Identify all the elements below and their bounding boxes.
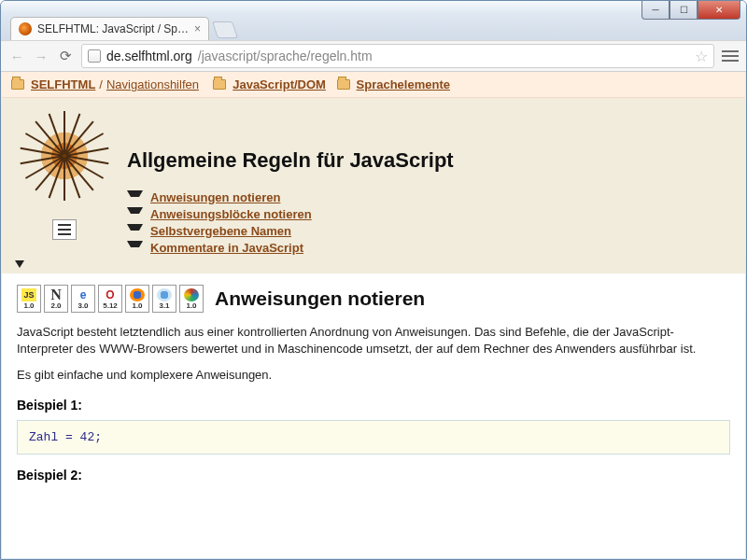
folder-icon [11,79,24,90]
badge-opera: O5.12 [98,285,122,313]
example-label: Beispiel 2: [17,468,730,483]
reload-button[interactable]: ⟳ [57,48,74,64]
address-bar[interactable]: de.selfhtml.org/javascript/sprache/regel… [81,44,714,68]
tab-title: SELFHTML: JavaScript / Sp… [37,22,189,35]
tab-close-icon[interactable]: × [194,22,201,35]
browser-window: ─ ☐ ✕ SELFHTML: JavaScript / Sp… × ← → ⟳… [0,0,747,560]
page-viewport[interactable]: SELFHTML/Navigationshilfen JavaScript/DO… [2,72,745,558]
example-label: Beispiel 1: [17,398,730,413]
browser-menu-button[interactable] [722,50,739,62]
browser-toolbar: ← → ⟳ de.selfhtml.org/javascript/sprache… [1,40,746,72]
tab-strip: SELFHTML: JavaScript / Sp… × [1,14,746,40]
browser-tab[interactable]: SELFHTML: JavaScript / Sp… × [10,17,209,40]
code-block: Zahl = 42; [17,420,730,455]
bookmark-star-icon[interactable]: ☆ [695,48,708,65]
breadcrumb-l3[interactable]: Sprachelemente [357,77,450,91]
badge-netscape: N2.0 [44,285,68,313]
section-title: Anweisungen notieren [215,287,425,310]
badge-ie: e3.0 [71,285,95,313]
window-minimize-button[interactable]: ─ [641,1,669,20]
page-header: Allgemeine Regeln für JavaScript Anweisu… [2,98,745,273]
breadcrumb-navhelp[interactable]: Navigationshilfen [106,77,199,91]
badge-js: JS1.0 [17,285,41,313]
toc-toggle-button[interactable] [52,219,77,240]
new-tab-button[interactable] [212,21,238,38]
section-paragraph: JavaScript besteht letztendlich aus eine… [17,324,726,357]
url-path: /javascript/sprache/regeln.htm [198,49,373,63]
badge-safari: 1.0 [179,285,204,313]
back-button[interactable]: ← [8,48,25,64]
anchor-link[interactable]: Selbstvergebene Namen [150,224,291,238]
folder-icon [213,79,226,90]
window-titlebar: ─ ☐ ✕ [1,1,746,14]
selfhtml-logo [18,109,111,203]
breadcrumb-l2[interactable]: JavaScript/DOM [233,77,326,91]
site-info-icon[interactable] [88,49,101,63]
anchor-link[interactable]: Kommentare in JavaScript [150,241,303,255]
favicon-icon [19,22,32,35]
badge-konqueror: 3.1 [152,285,176,313]
scroll-down-icon[interactable] [15,260,24,268]
section-anweisungen: JS1.0 N2.0 e3.0 O5.12 1.0 3.1 1.0 Anweis… [2,273,745,518]
url-host: de.selfhtml.org [106,49,192,63]
badge-firefox: 1.0 [125,285,149,313]
browser-compat-badges: JS1.0 N2.0 e3.0 O5.12 1.0 3.1 1.0 [17,285,204,313]
section-paragraph: Es gibt einfache und komplexere Anweisun… [17,367,726,384]
breadcrumb-root[interactable]: SELFHTML [31,77,95,91]
breadcrumb: SELFHTML/Navigationshilfen JavaScript/DO… [2,72,745,98]
window-close-button[interactable]: ✕ [698,1,740,20]
page-title: Allgemeine Regeln für JavaScript [127,148,454,173]
anchor-link[interactable]: Anweisungen notieren [150,190,280,204]
anchor-list: Anweisungen notieren Anweisungsblöcke no… [127,189,454,255]
anchor-link[interactable]: Anweisungsblöcke notieren [150,207,312,221]
window-maximize-button[interactable]: ☐ [669,1,698,20]
forward-button[interactable]: → [33,48,49,64]
folder-icon [337,79,350,90]
